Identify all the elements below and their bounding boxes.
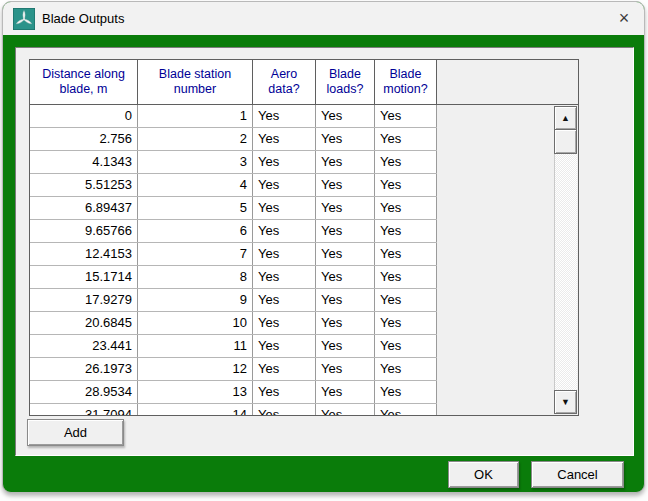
table-row[interactable]: 5.512534YesYesYes — [30, 174, 437, 197]
table-cell[interactable]: Yes — [253, 289, 316, 311]
table-cell[interactable]: Yes — [316, 404, 375, 416]
close-button[interactable]: × — [604, 2, 644, 35]
table-cell[interactable]: 0 — [30, 105, 138, 127]
table-cell[interactable]: Yes — [375, 174, 437, 196]
table-row[interactable]: 26.197312YesYesYes — [30, 358, 437, 381]
table-cell[interactable]: 5.51253 — [30, 174, 138, 196]
table-cell[interactable]: Yes — [253, 335, 316, 357]
table-cell[interactable]: 20.6845 — [30, 312, 138, 334]
table-cell[interactable]: Yes — [316, 243, 375, 265]
table-row[interactable]: 4.13433YesYesYes — [30, 151, 437, 174]
scroll-up-button[interactable]: ▲ — [554, 106, 577, 130]
table-cell[interactable]: 31.7094 — [30, 404, 138, 416]
table-cell[interactable]: Yes — [253, 312, 316, 334]
table-row[interactable]: 28.953413YesYesYes — [30, 381, 437, 404]
table-cell[interactable]: Yes — [375, 404, 437, 416]
add-button[interactable]: Add — [27, 419, 124, 446]
table-cell[interactable]: Yes — [375, 105, 437, 127]
table-cell[interactable]: 5 — [138, 197, 253, 219]
table-cell[interactable]: 15.1714 — [30, 266, 138, 288]
table-cell[interactable]: Yes — [316, 266, 375, 288]
table-cell[interactable]: Yes — [316, 312, 375, 334]
table-cell[interactable]: 12 — [138, 358, 253, 380]
scroll-down-button[interactable]: ▼ — [554, 390, 577, 414]
table-cell[interactable]: Yes — [375, 266, 437, 288]
scrollbar-track[interactable] — [554, 154, 577, 390]
column-header[interactable]: Distance along blade, m — [30, 60, 138, 104]
table-cell[interactable]: Yes — [253, 220, 316, 242]
table-cell[interactable]: Yes — [253, 128, 316, 150]
table-cell[interactable]: 11 — [138, 335, 253, 357]
table-cell[interactable]: Yes — [375, 289, 437, 311]
table-cell[interactable]: Yes — [375, 335, 437, 357]
table-cell[interactable]: 13 — [138, 381, 253, 403]
table-row[interactable]: 6.894375YesYesYes — [30, 197, 437, 220]
table-cell[interactable]: Yes — [375, 243, 437, 265]
table-cell[interactable]: Yes — [316, 197, 375, 219]
ok-button[interactable]: OK — [448, 461, 519, 488]
table-cell[interactable]: 26.1973 — [30, 358, 138, 380]
cancel-button[interactable]: Cancel — [531, 461, 624, 488]
table-row[interactable]: 23.44111YesYesYes — [30, 335, 437, 358]
table-cell[interactable]: 9 — [138, 289, 253, 311]
table-cell[interactable]: 8 — [138, 266, 253, 288]
table-cell[interactable]: Yes — [375, 128, 437, 150]
table-cell[interactable]: Yes — [375, 312, 437, 334]
table-cell[interactable]: 9.65766 — [30, 220, 138, 242]
column-header[interactable]: Blade loads? — [316, 60, 375, 104]
column-header[interactable]: Blade motion? — [375, 60, 437, 104]
table-cell[interactable]: Yes — [253, 381, 316, 403]
table-cell[interactable]: 7 — [138, 243, 253, 265]
table-cell[interactable]: Yes — [375, 151, 437, 173]
table-cell[interactable]: Yes — [316, 151, 375, 173]
table-cell[interactable]: Yes — [316, 220, 375, 242]
table-cell[interactable]: 4 — [138, 174, 253, 196]
table-cell[interactable]: Yes — [253, 197, 316, 219]
table-cell[interactable]: Yes — [316, 335, 375, 357]
table-cell[interactable]: 1 — [138, 105, 253, 127]
table-cell[interactable]: 2.756 — [30, 128, 138, 150]
table-cell[interactable]: 4.1343 — [30, 151, 138, 173]
table-cell[interactable]: Yes — [316, 174, 375, 196]
table-cell[interactable]: Yes — [316, 381, 375, 403]
column-header[interactable]: Blade station number — [138, 60, 253, 104]
blade-stations-table[interactable]: Distance along blade, mBlade station num… — [29, 59, 579, 416]
table-cell[interactable]: 28.9534 — [30, 381, 138, 403]
scrollbar-thumb[interactable] — [554, 130, 577, 154]
table-cell[interactable]: 3 — [138, 151, 253, 173]
vertical-scrollbar[interactable]: ▲ ▼ — [554, 106, 577, 414]
table-cell[interactable]: 17.9279 — [30, 289, 138, 311]
title-bar[interactable]: Blade Outputs × — [3, 2, 644, 35]
table-row[interactable]: 12.41537YesYesYes — [30, 243, 437, 266]
table-cell[interactable]: Yes — [375, 220, 437, 242]
table-row[interactable]: 31.709414YesYesYes — [30, 404, 437, 416]
table-cell[interactable]: Yes — [253, 105, 316, 127]
table-cell[interactable]: Yes — [253, 243, 316, 265]
table-cell[interactable]: 12.4153 — [30, 243, 138, 265]
table-cell[interactable]: Yes — [375, 381, 437, 403]
table-cell[interactable]: 10 — [138, 312, 253, 334]
table-cell[interactable]: 6.89437 — [30, 197, 138, 219]
table-row[interactable]: 01YesYesYes — [30, 105, 437, 128]
table-cell[interactable]: Yes — [316, 105, 375, 127]
table-cell[interactable]: Yes — [375, 358, 437, 380]
table-row[interactable]: 20.684510YesYesYes — [30, 312, 437, 335]
table-cell[interactable]: 14 — [138, 404, 253, 416]
table-cell[interactable]: 2 — [138, 128, 253, 150]
table-cell[interactable]: Yes — [316, 358, 375, 380]
table-row[interactable]: 17.92799YesYesYes — [30, 289, 437, 312]
table-cell[interactable]: 6 — [138, 220, 253, 242]
table-row[interactable]: 2.7562YesYesYes — [30, 128, 437, 151]
column-header[interactable]: Aero data? — [253, 60, 316, 104]
table-row[interactable]: 15.17148YesYesYes — [30, 266, 437, 289]
table-cell[interactable]: Yes — [253, 404, 316, 416]
table-cell[interactable]: Yes — [316, 128, 375, 150]
table-cell[interactable]: Yes — [253, 358, 316, 380]
table-cell[interactable]: Yes — [253, 266, 316, 288]
table-cell[interactable]: Yes — [253, 174, 316, 196]
table-cell[interactable]: Yes — [375, 197, 437, 219]
table-row[interactable]: 9.657666YesYesYes — [30, 220, 437, 243]
table-cell[interactable]: 23.441 — [30, 335, 138, 357]
table-cell[interactable]: Yes — [253, 151, 316, 173]
table-cell[interactable]: Yes — [316, 289, 375, 311]
